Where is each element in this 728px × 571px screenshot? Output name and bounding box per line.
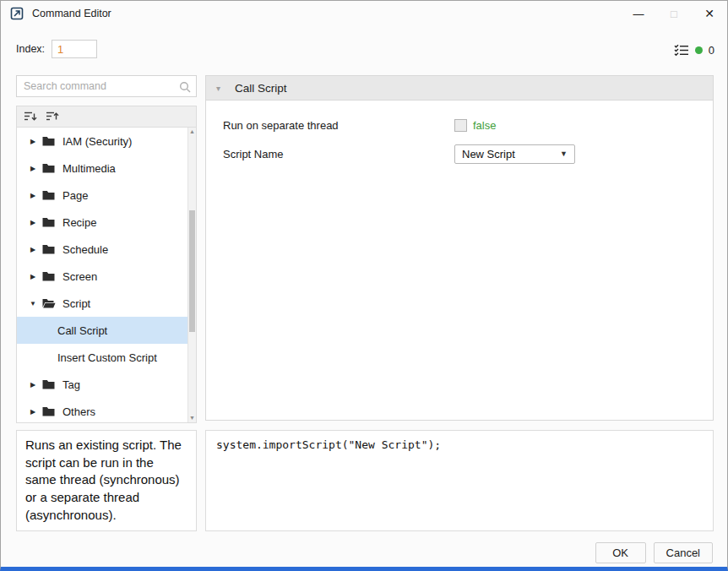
sidebar: ▶ IAM (Security) ▶ Multimedia ▶ Page ▶ [16,75,197,97]
tree-item-label: Insert Custom Script [57,351,157,364]
tree-item-iam-security[interactable]: ▶ IAM (Security) [17,128,187,155]
open-folder-icon [42,298,56,308]
cancel-button[interactable]: Cancel [654,542,713,563]
collapse-all-icon[interactable] [43,108,62,125]
panel-header: ▾ Call Script [205,75,714,101]
code-preview[interactable]: system.importScript("New Script"); [205,430,714,531]
titlebar: Command Editor — □ ✕ [1,1,727,26]
tree-item-label: Tag [62,378,80,391]
chevron-right-icon[interactable]: ▶ [27,273,39,280]
folder-icon [42,379,56,389]
panel-body: Run on separate thread false Script Name… [205,101,714,421]
run-on-separate-thread-checkbox[interactable] [454,119,467,132]
field-label: Script Name [223,148,454,160]
index-input[interactable] [52,40,97,58]
field-label: Run on separate thread [223,119,454,132]
tree-toolbar [16,106,197,128]
field-row-run-on-separate-thread: Run on separate thread false [223,111,713,139]
tree-scrollbar[interactable]: ▲ ▼ [187,128,196,422]
tree-rows: ▶ IAM (Security) ▶ Multimedia ▶ Page ▶ [17,128,187,423]
folder-icon [42,163,56,173]
scroll-down-icon[interactable]: ▼ [188,414,196,422]
tree-item-label: Recipe [62,216,96,229]
footer: OK Cancel [595,542,713,563]
chevron-down-icon[interactable]: ▼ [27,300,39,307]
chevron-right-icon[interactable]: ▶ [27,219,39,226]
minimize-button[interactable]: — [621,1,656,26]
tree-item-label: Page [62,189,88,202]
tree-item-recipe[interactable]: ▶ Recipe [17,209,187,236]
chevron-right-icon[interactable]: ▶ [27,165,39,172]
tree-item-schedule[interactable]: ▶ Schedule [17,236,187,263]
tree-item-label: Screen [62,270,97,283]
app-icon [10,7,24,20]
tree-item-label: Script [62,297,90,310]
tree-item-label: Others [62,405,95,418]
issue-count: 0 [709,44,714,57]
folder-icon [42,244,56,254]
folder-icon [42,136,56,146]
window-controls: — □ ✕ [621,1,727,26]
tree-item-label: Multimedia [62,162,116,175]
validation-list-icon[interactable] [674,43,689,57]
close-button[interactable]: ✕ [692,1,727,26]
tree-item-label: IAM (Security) [62,135,132,148]
script-name-dropdown[interactable]: New Script ▼ [454,144,575,164]
search-box [16,75,197,97]
dropdown-value: New Script [462,148,515,160]
status-ok-dot [695,46,703,54]
folder-icon [42,217,56,227]
expand-all-icon[interactable] [21,108,40,125]
scrollbar-thumb[interactable] [189,210,195,332]
tree-item-multimedia[interactable]: ▶ Multimedia [17,155,187,182]
panel-title: Call Script [235,82,287,95]
field-row-script-name: Script Name New Script ▼ [223,139,713,168]
tree-item-script[interactable]: ▼ Script [17,290,187,317]
chevron-right-icon[interactable]: ▶ [27,408,39,416]
chevron-right-icon[interactable]: ▶ [27,138,39,145]
window-title: Command Editor [32,8,111,19]
tree-item-tag[interactable]: ▶ Tag [17,371,187,398]
tree-item-screen[interactable]: ▶ Screen [17,263,187,290]
search-icon [179,81,191,96]
tree-item-label: Schedule [62,243,108,256]
tree-item-insert-custom-script[interactable]: Insert Custom Script [17,344,187,371]
command-tree: ▶ IAM (Security) ▶ Multimedia ▶ Page ▶ [16,128,197,423]
chevron-right-icon[interactable]: ▶ [27,381,39,389]
chevron-down-icon: ▼ [560,150,568,158]
tree-item-others[interactable]: ▶ Others [17,398,187,423]
folder-icon [42,190,56,200]
status-cluster: 0 [674,43,714,57]
folder-icon [42,271,56,281]
scroll-up-icon[interactable]: ▲ [188,128,196,136]
folder-icon [42,406,56,416]
chevron-right-icon[interactable]: ▶ [27,246,39,253]
ok-button[interactable]: OK [595,542,646,563]
index-label: Index: [16,43,45,55]
collapse-caret-icon[interactable]: ▾ [216,84,220,93]
command-editor-window: Command Editor — □ ✕ Index: 0 [0,0,728,571]
index-row: Index: [16,40,97,58]
checkbox-value: false [473,119,496,132]
chevron-right-icon[interactable]: ▶ [27,192,39,199]
tree-item-page[interactable]: ▶ Page [17,182,187,209]
search-input[interactable] [17,76,176,96]
tree-item-label: Call Script [57,324,107,337]
maximize-button[interactable]: □ [656,1,692,26]
tree-item-call-script[interactable]: Call Script [17,317,187,344]
command-description: Runs an existing script. The script can … [16,430,197,531]
